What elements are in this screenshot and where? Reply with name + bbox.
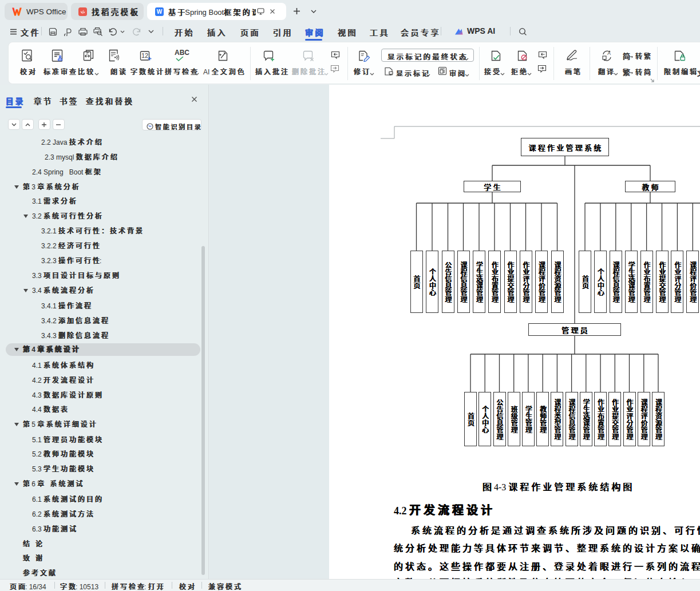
svg-text:W: W xyxy=(157,9,163,15)
svg-text:12: 12 xyxy=(141,52,148,59)
svg-text:A: A xyxy=(607,50,611,56)
